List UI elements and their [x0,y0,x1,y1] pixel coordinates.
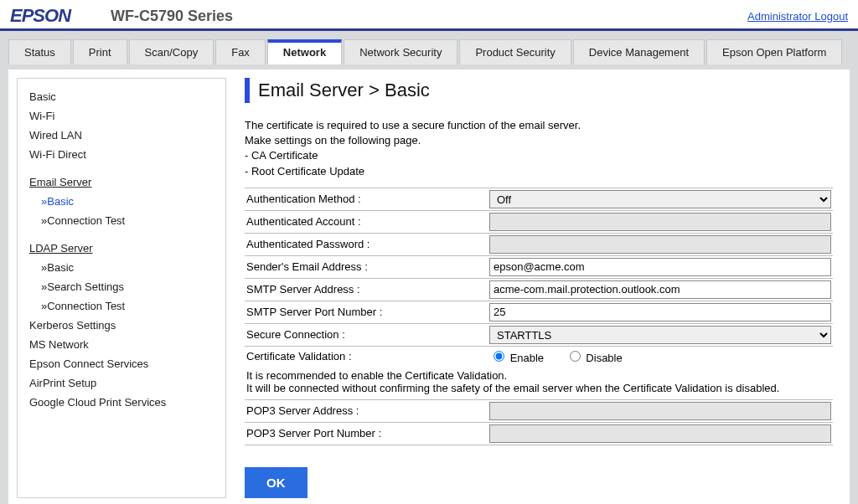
auth-password-input [489,235,831,254]
sidebar-item-wifi[interactable]: Wi-Fi [29,106,214,126]
tab-print[interactable]: Print [73,39,127,64]
auth-method-select[interactable]: Off [489,190,831,208]
smtp-address-input[interactable] [489,280,831,299]
auth-method-label: Authentication Method : [245,188,488,210]
sidebar-item-epson-connect[interactable]: Epson Connect Services [29,354,214,373]
tab-device-management[interactable]: Device Management [573,39,705,64]
logout-link[interactable]: Administrator Logout [747,10,848,23]
info-line-1: The certificate is required to use a sec… [245,118,833,133]
pop3-address-input [489,402,831,420]
sidebar-item-wifi-direct[interactable]: Wi-Fi Direct [29,145,214,164]
smtp-port-input[interactable] [489,303,831,321]
model-title: WF-C5790 Series [111,8,747,25]
settings-table: Authentication Method : Off Authenticate… [245,188,833,445]
sidebar-sub-email-basic[interactable]: »Basic [29,192,214,211]
smtp-port-label: SMTP Server Port Number : [245,301,488,323]
sidebar-header-email-server[interactable]: Email Server [29,172,214,192]
cert-valid-enable-label[interactable]: Enable [489,352,544,364]
page-title: Email Server > Basic [258,80,430,101]
cert-valid-group: Enable Disable [489,348,831,364]
sidebar-sub-ldap-search[interactable]: »Search Settings [29,277,214,296]
pop3-port-label: POP3 Server Port Number : [245,422,488,445]
cert-valid-disable-text: Disable [586,352,622,364]
info-line-4: - Root Certificate Update [245,164,833,179]
sidebar-sub-email-conntest[interactable]: »Connection Test [29,211,214,230]
cert-valid-enable-radio[interactable] [494,351,504,362]
secure-conn-label: Secure Connection : [245,323,488,346]
tab-epson-open-platform[interactable]: Epson Open Platform [706,39,842,64]
auth-account-label: Authenticated Account : [245,210,488,233]
cert-valid-enable-text: Enable [510,352,544,364]
sidebar-item-airprint[interactable]: AirPrint Setup [29,373,214,393]
tab-fax[interactable]: Fax [215,39,266,64]
sidebar-item-ms-network[interactable]: MS Network [29,335,214,354]
sender-email-label: Sender's Email Address : [245,255,488,278]
topbar: EPSON WF-C5790 Series Administrator Logo… [0,0,858,31]
cert-valid-disable-label[interactable]: Disable [566,352,623,364]
info-line-3: - CA Certificate [245,148,833,163]
sidebar: Basic Wi-Fi Wired LAN Wi-Fi Direct Email… [17,78,226,498]
auth-account-input [489,213,831,231]
tab-bar: Status Print Scan/Copy Fax Network Netwo… [8,39,850,64]
sidebar-sub-ldap-conntest[interactable]: »Connection Test [29,296,214,316]
brand-logo: EPSON [10,5,70,27]
ok-button[interactable]: OK [245,467,308,498]
page-title-wrap: Email Server > Basic [245,78,833,103]
sidebar-header-ldap-server[interactable]: LDAP Server [29,239,214,258]
cert-note-2: It will be connected without confirming … [246,382,831,394]
content-panel: Basic Wi-Fi Wired LAN Wi-Fi Direct Email… [8,69,850,504]
pop3-address-label: POP3 Server Address : [245,399,488,422]
tab-network[interactable]: Network [267,39,342,64]
pop3-port-input [489,424,831,443]
sender-email-input[interactable] [489,258,831,276]
info-line-2: Make settings on the following page. [245,133,833,148]
info-text: The certificate is required to use a sec… [245,118,833,179]
sidebar-item-wired-lan[interactable]: Wired LAN [29,126,214,145]
tab-scan-copy[interactable]: Scan/Copy [129,39,214,64]
cert-valid-disable-radio[interactable] [570,351,581,362]
secure-conn-select[interactable]: STARTTLS [489,326,831,344]
auth-password-label: Authenticated Password : [245,233,488,255]
title-accent-bar [245,78,250,103]
tab-network-security[interactable]: Network Security [344,39,457,64]
cert-valid-label: Certificate Validation : [245,346,488,366]
outer-panel: Status Print Scan/Copy Fax Network Netwo… [0,31,858,504]
sidebar-item-basic[interactable]: Basic [29,87,214,106]
sidebar-sub-ldap-basic[interactable]: »Basic [29,258,214,277]
tab-status[interactable]: Status [8,39,71,64]
cert-note-1: It is recommended to enable the Certific… [246,369,831,382]
tab-product-security[interactable]: Product Security [459,39,571,64]
main-content: Email Server > Basic The certificate is … [245,78,850,498]
smtp-address-label: SMTP Server Address : [245,278,488,301]
sidebar-item-google-cloud-print[interactable]: Google Cloud Print Services [29,393,214,412]
sidebar-item-kerberos[interactable]: Kerberos Settings [29,316,214,335]
